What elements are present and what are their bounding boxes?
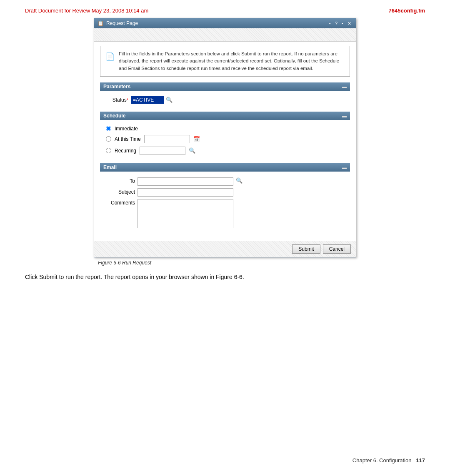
email-to-row: To 🔍 <box>106 177 344 186</box>
email-subject-row: Subject <box>106 188 344 197</box>
subject-label: Subject <box>106 188 135 195</box>
at-this-time-label: At this Time <box>115 136 141 142</box>
schedule-row-recurring: Recurring 🔍 <box>106 147 344 155</box>
dialog-toolbar <box>94 28 356 42</box>
comments-label: Comments <box>106 199 135 206</box>
help-icon[interactable]: ? <box>334 21 339 26</box>
parameters-section: Parameters ▬ Status* 🔍 <box>100 82 350 106</box>
close-icon[interactable]: ✕ <box>346 21 352 26</box>
parameters-section-header: Parameters ▬ <box>100 82 350 91</box>
at-this-time-radio[interactable] <box>106 136 111 142</box>
comments-textarea[interactable] <box>138 199 233 228</box>
doc-header-right: 7645config.fm <box>389 7 425 14</box>
schedule-row-at-this-time: At this Time 📅 <box>106 135 344 143</box>
schedule-collapse-icon[interactable]: ▬ <box>342 113 347 118</box>
parameters-label: Parameters <box>103 84 130 90</box>
email-label: Email <box>103 164 117 170</box>
recurring-label: Recurring <box>115 148 136 154</box>
email-fields: To 🔍 Subject Comments <box>100 175 350 231</box>
dialog-titlebar: 📋 Request Page ▪ ? ▪ ✕ <box>94 18 356 28</box>
info-box: 📄 Fill in the fields in the Parameters s… <box>100 46 350 77</box>
schedule-row-immediate: Immediate <box>106 126 344 132</box>
schedule-section: Schedule ▬ Immediate At this Time 📅 <box>100 112 350 157</box>
doc-header: Draft Document for Review May 23, 2008 1… <box>0 0 450 18</box>
dialog-titlebar-controls[interactable]: ▪ ? ▪ ✕ <box>328 21 352 26</box>
figure-caption: Figure 6-6 Run Request <box>94 260 356 266</box>
schedule-options: Immediate At this Time 📅 Recurring <box>100 123 350 157</box>
subject-input[interactable] <box>138 188 233 197</box>
dialog-titlebar-left: 📋 Request Page <box>98 20 138 26</box>
dialog-footer: Submit Cancel <box>94 241 356 257</box>
to-label: To <box>106 177 135 184</box>
info-icon: 📄 <box>105 51 115 72</box>
doc-header-left: Draft Document for Review May 23, 2008 1… <box>25 7 148 14</box>
parameters-collapse-icon[interactable]: ▬ <box>342 84 347 89</box>
footer-page: 117 <box>416 457 425 464</box>
recurring-search-icon[interactable]: 🔍 <box>189 147 195 154</box>
dialog-title: Request Page <box>106 20 138 26</box>
status-label: Status* <box>103 97 128 103</box>
info-text: Fill in the fields in the Parameters sec… <box>119 50 345 72</box>
body-text: Click Submit to run the report. The repo… <box>25 272 425 282</box>
minimize-icon[interactable]: ▪ <box>328 21 332 26</box>
cancel-button[interactable]: Cancel <box>323 244 351 254</box>
restore-icon[interactable]: ▪ <box>340 21 345 26</box>
recurring-radio[interactable] <box>106 148 111 153</box>
calendar-icon[interactable]: 📅 <box>193 136 200 142</box>
schedule-section-header: Schedule ▬ <box>100 112 350 120</box>
params-row: Status* 🔍 <box>100 94 350 106</box>
required-star: * <box>127 97 128 102</box>
email-comments-row: Comments <box>106 199 344 228</box>
doc-footer: Chapter 6. Configuration 117 <box>352 457 425 464</box>
params-input-wrapper: 🔍 <box>131 96 172 104</box>
footer-chapter: Chapter 6. Configuration <box>352 457 412 464</box>
status-input[interactable] <box>131 96 164 104</box>
status-search-icon[interactable]: 🔍 <box>166 97 172 103</box>
dialog-body: 📄 Fill in the fields in the Parameters s… <box>94 42 356 241</box>
immediate-label: Immediate <box>115 126 138 132</box>
email-section: Email ▬ To 🔍 Subject <box>100 163 350 231</box>
to-input[interactable] <box>138 177 233 186</box>
dialog-window: 📋 Request Page ▪ ? ▪ ✕ 📄 Fill in the fie… <box>94 18 356 257</box>
schedule-label: Schedule <box>103 113 125 119</box>
recurring-input[interactable] <box>140 147 185 155</box>
doc-content: 📋 Request Page ▪ ? ▪ ✕ 📄 Fill in the fie… <box>0 18 450 282</box>
dialog-icon: 📋 <box>98 20 104 26</box>
email-collapse-icon[interactable]: ▬ <box>342 165 347 170</box>
email-section-header: Email ▬ <box>100 163 350 172</box>
submit-button[interactable]: Submit <box>292 244 320 254</box>
immediate-radio[interactable] <box>106 126 111 131</box>
at-this-time-input[interactable] <box>144 135 190 143</box>
to-search-icon[interactable]: 🔍 <box>236 177 242 184</box>
